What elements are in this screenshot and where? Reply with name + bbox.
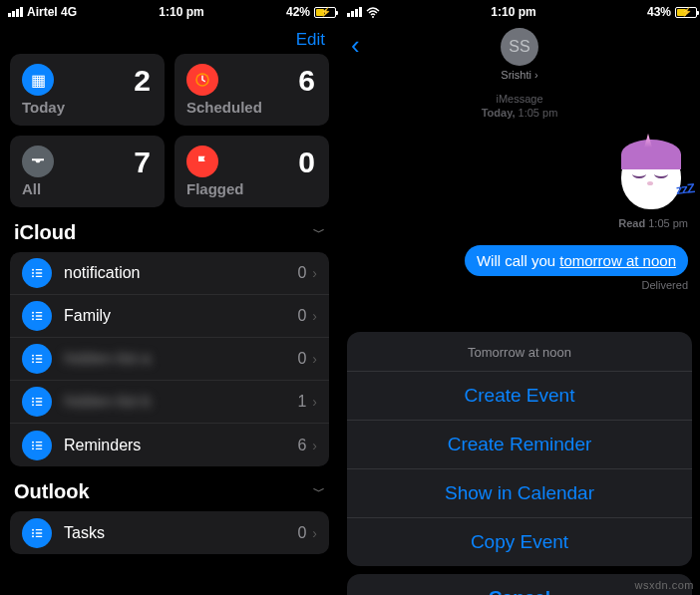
list-icon bbox=[22, 518, 52, 548]
svg-point-14 bbox=[32, 355, 34, 357]
action-show-in-calendar[interactable]: Show in Calendar bbox=[347, 469, 692, 518]
svg-point-20 bbox=[32, 398, 34, 400]
list-icon bbox=[22, 258, 52, 288]
watermark: wsxdn.com bbox=[634, 579, 694, 591]
svg-point-24 bbox=[32, 404, 34, 406]
svg-rect-23 bbox=[36, 401, 43, 402]
action-sheet: Tomorrow at noon Create Event Create Rem… bbox=[347, 332, 692, 595]
list-item-label: Tasks bbox=[64, 524, 297, 542]
chevron-down-icon: ﹀ bbox=[313, 483, 325, 500]
list-item-count: 0 bbox=[297, 264, 306, 282]
svg-point-16 bbox=[32, 358, 34, 360]
svg-rect-31 bbox=[36, 447, 43, 448]
svg-rect-33 bbox=[36, 529, 43, 530]
svg-rect-15 bbox=[36, 355, 43, 356]
tile-label: All bbox=[22, 180, 41, 197]
contact-info[interactable]: SS Srishti › bbox=[501, 28, 538, 81]
svg-rect-9 bbox=[36, 312, 43, 313]
svg-rect-27 bbox=[36, 442, 43, 443]
chevron-right-icon: › bbox=[312, 265, 317, 281]
list-item[interactable]: Reminders6› bbox=[10, 424, 329, 466]
list-item[interactable]: hidden-list-b1› bbox=[10, 381, 329, 424]
action-sheet-title: Tomorrow at noon bbox=[347, 332, 692, 372]
list-item[interactable]: Family0› bbox=[10, 295, 329, 338]
tile-all[interactable]: 7 All bbox=[10, 136, 165, 207]
svg-rect-11 bbox=[36, 315, 43, 316]
svg-rect-13 bbox=[36, 319, 43, 320]
wifi-icon bbox=[366, 7, 380, 18]
tile-label: Today bbox=[22, 99, 65, 116]
reminders-app: Airtel 4G 1:10 pm 42% ⚡ Edit ▦ 2 Today 6… bbox=[0, 0, 339, 595]
memoji-sticker[interactable]: zzZ bbox=[614, 140, 688, 213]
carrier-label: Airtel 4G bbox=[27, 5, 77, 19]
svg-rect-25 bbox=[36, 405, 43, 406]
list-outlook: Tasks0› bbox=[10, 511, 329, 554]
contact-name: Srishti › bbox=[501, 69, 538, 81]
tile-today[interactable]: ▦ 2 Today bbox=[10, 54, 165, 126]
svg-point-30 bbox=[32, 447, 34, 449]
list-item-count: 0 bbox=[297, 524, 306, 542]
list-icloud: notification0›Family0›hidden-list-a0›hid… bbox=[10, 252, 329, 466]
list-item-label: notification bbox=[64, 264, 297, 282]
action-create-reminder[interactable]: Create Reminder bbox=[347, 421, 692, 469]
thread-timestamp: iMessage Today, 1:05 pm bbox=[351, 92, 688, 120]
tile-label: Scheduled bbox=[186, 99, 262, 116]
status-time: 1:10 pm bbox=[77, 5, 286, 19]
tile-count: 7 bbox=[134, 146, 151, 179]
svg-point-10 bbox=[32, 315, 34, 317]
battery-pct: 42% bbox=[286, 5, 310, 19]
section-header-icloud[interactable]: iCloud ﹀ bbox=[0, 207, 339, 252]
svg-point-6 bbox=[32, 275, 34, 277]
list-item-count: 0 bbox=[297, 307, 306, 325]
list-item-label: Family bbox=[64, 307, 297, 325]
delivered-label: Delivered bbox=[642, 279, 688, 291]
action-copy-event[interactable]: Copy Event bbox=[347, 518, 692, 566]
messages-app: 1:10 pm 43% ⚡ ‹ SS Srishti › iMessage To… bbox=[339, 0, 700, 595]
svg-point-28 bbox=[32, 445, 34, 446]
svg-point-32 bbox=[32, 528, 34, 530]
svg-rect-19 bbox=[36, 362, 43, 363]
list-item[interactable]: Tasks0› bbox=[10, 511, 329, 554]
edit-button[interactable]: Edit bbox=[296, 30, 325, 50]
tile-label: Flagged bbox=[186, 180, 244, 197]
read-receipt: Read 1:05 pm bbox=[618, 217, 688, 229]
svg-rect-7 bbox=[36, 276, 43, 277]
data-detector-link[interactable]: tomorrow at noon bbox=[559, 252, 676, 269]
svg-rect-29 bbox=[36, 445, 43, 446]
svg-rect-3 bbox=[36, 269, 43, 270]
avatar: SS bbox=[501, 28, 538, 66]
svg-point-26 bbox=[32, 441, 34, 443]
message-bubble[interactable]: Will call you tomorrow at noon bbox=[465, 245, 688, 276]
list-icon bbox=[22, 431, 52, 460]
status-bar: Airtel 4G 1:10 pm 42% ⚡ bbox=[0, 0, 339, 24]
section-header-outlook[interactable]: Outlook ﹀ bbox=[0, 466, 339, 511]
tile-scheduled[interactable]: 6 Scheduled bbox=[175, 54, 329, 126]
charging-icon: ⚡ bbox=[681, 7, 692, 17]
list-item[interactable]: notification0› bbox=[10, 252, 329, 295]
clock-icon bbox=[186, 64, 218, 96]
list-icon bbox=[22, 301, 52, 331]
message-text: Will call you bbox=[477, 252, 559, 269]
list-item-count: 6 bbox=[297, 437, 306, 454]
list-item-label: hidden-list-b bbox=[64, 393, 297, 411]
charging-icon: ⚡ bbox=[320, 7, 331, 17]
svg-point-34 bbox=[32, 532, 34, 534]
list-item[interactable]: hidden-list-a0› bbox=[10, 338, 329, 381]
section-title: iCloud bbox=[14, 221, 76, 244]
back-button[interactable]: ‹ bbox=[351, 30, 360, 61]
svg-rect-17 bbox=[36, 358, 43, 359]
svg-point-22 bbox=[32, 401, 34, 403]
svg-rect-5 bbox=[36, 272, 43, 273]
conversation-header: ‹ SS Srishti › bbox=[339, 24, 700, 88]
action-sheet-group: Tomorrow at noon Create Event Create Rem… bbox=[347, 332, 692, 566]
action-create-event[interactable]: Create Event bbox=[347, 372, 692, 421]
tile-flagged[interactable]: 0 Flagged bbox=[175, 136, 329, 207]
tile-count: 0 bbox=[298, 146, 315, 179]
tile-count: 6 bbox=[298, 64, 315, 98]
svg-point-36 bbox=[32, 535, 34, 537]
svg-rect-35 bbox=[36, 532, 43, 533]
inbox-icon bbox=[22, 146, 54, 177]
list-item-label: Reminders bbox=[64, 437, 297, 454]
list-icon bbox=[22, 344, 52, 374]
status-time: 1:10 pm bbox=[380, 5, 647, 19]
